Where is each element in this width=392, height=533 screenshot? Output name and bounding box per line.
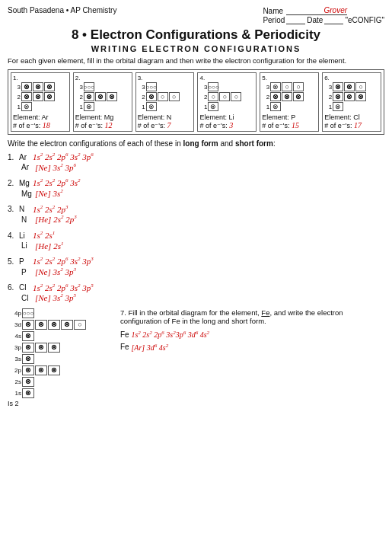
config-section: Write the electron configurations of eac…: [8, 139, 384, 302]
config-num-6: 6.: [8, 283, 19, 292]
fe-short-line: Fe [Ar] 3d6 4s2: [120, 342, 384, 351]
name-line: Name Grover: [263, 6, 384, 15]
cl-sym-long: Cl: [19, 283, 33, 292]
mg-3s-row: 3 ○○○: [75, 82, 130, 91]
li-top-row: 3 ○○○: [199, 82, 254, 91]
cl-count-value: 17: [354, 121, 362, 129]
cell-number-5: 5.: [262, 75, 317, 81]
p-short-line: P [Ne] 3s2 3p3: [21, 266, 384, 276]
li-2s-boxes: ○ ○ ○: [208, 92, 241, 101]
ar-3p-row: 3 ⊗ ⊗ ⊗: [13, 82, 68, 91]
li-1s-row: 1 ⊗: [199, 102, 254, 111]
name-label: Name: [263, 7, 283, 15]
li-2s-1: ○: [208, 92, 218, 101]
n-count-value: 7: [167, 121, 171, 129]
mg-sym-short: Mg: [21, 190, 35, 198]
mg-short-form: [Ne] 3s2: [35, 188, 63, 198]
cl-2p-3: ⊗: [355, 92, 366, 101]
n-2p-row: 3 ○○○: [138, 82, 193, 91]
orbital-cell-mg: 2. 3 ○○○ 2 ⊗ ⊗ ⊗ 1 ⊗: [73, 72, 132, 132]
fe-short-config: [Ar] 3d6 4s2: [131, 343, 168, 352]
p-label: Element: P: [262, 113, 317, 121]
mg-2p-boxes: ⊗ ⊗ ⊗: [84, 92, 117, 101]
config-item-n: 3. N 1s2 2s2 2p3 N [He] 2s2 2p3: [8, 204, 384, 224]
cl-1s-1: ⊗: [333, 102, 343, 111]
li-short-form: [He] 2s1: [35, 241, 63, 251]
mg-2p-3: ⊗: [107, 92, 117, 101]
fe-3p-3: ⊗: [48, 343, 60, 353]
p-2p-boxes: ⊗ ⊗ ⊗: [270, 92, 304, 101]
subtitle: WRITING ELECTRON CONFIGURATIONS: [8, 44, 384, 53]
cl-short-form: [Ne] 3s2 3p5: [35, 292, 76, 302]
ar-label: Element: Ar: [13, 113, 68, 121]
ar-2p-boxes: ⊗ ⊗ ⊗: [21, 92, 55, 101]
ar-electrons: # of e⁻'s: 18: [13, 121, 68, 129]
date-label: Date: [307, 16, 323, 24]
li-long-line: 4. Li 1s2 2s1: [8, 230, 384, 240]
p-long-form: 1s2 2s2 2p6 3s2 3p3: [33, 256, 94, 266]
cell-number-2: 2.: [75, 75, 130, 81]
orbital-cell-li: 4. 3 ○○○ 2 ○ ○ ○ 1 ⊗: [197, 72, 257, 132]
cl-3p-2: ⊗: [344, 82, 355, 91]
li-long-form: 1s2 2s1: [33, 230, 55, 240]
li-sym-long: Li: [19, 231, 33, 240]
fe-2p-2: ⊗: [35, 365, 47, 375]
config-item-p: 5. P 1s2 2s2 2p6 3s2 3p3 P [Ne] 3s2 3p3: [8, 256, 384, 276]
li-1s-1: ⊗: [208, 102, 218, 111]
ar-3p-1: ⊗: [21, 82, 32, 91]
config-num-4: 4.: [8, 231, 19, 240]
orbital-cell-p: 5. 3 ⊗ ○ ○ 2 ⊗ ⊗ ⊗ 1: [260, 72, 319, 132]
p-3p-row: 3 ⊗ ○ ○: [262, 82, 317, 91]
cell-number-6: 6.: [324, 75, 379, 81]
cl-3p-boxes: ⊗ ⊗ ○: [333, 82, 366, 91]
cl-orbital-rows: 3 ⊗ ⊗ ○ 2 ⊗ ⊗ ⊗ 1 ⊗: [324, 82, 379, 111]
p-short-form: [Ne] 3s2 3p3: [35, 266, 76, 276]
period-label: Period: [263, 16, 285, 24]
cl-3p-row: 3 ⊗ ⊗ ○: [324, 82, 379, 91]
cl-1s-row: 1 ⊗: [324, 102, 379, 111]
ar-3p-boxes: ⊗ ⊗ ⊗: [21, 82, 55, 91]
n-1s-row: 1 ⊗: [138, 102, 193, 111]
fe-3d-4: ⊗: [61, 320, 73, 330]
p-orbital-rows: 3 ⊗ ○ ○ 2 ⊗ ⊗ ⊗ 1 ⊗: [262, 82, 317, 111]
school-info: South Pasadena • AP Chemistry: [8, 6, 116, 14]
p-3p-3: ○: [293, 82, 304, 91]
ar-2p-1: ⊗: [21, 92, 32, 101]
mg-long-line: 2. Mg 1s2 2s2 2p6 3s2: [8, 177, 384, 187]
ar-2p-2: ⊗: [33, 92, 43, 101]
fe-3d-5: ○: [74, 320, 86, 330]
config-item-ar: 1. Ar 1s2 2s2 2p6 3s2 3p6 Ar [Ne] 3s2 3p…: [8, 152, 384, 171]
li-top-boxes: ○○○: [208, 82, 218, 91]
n-long-form: 1s2 2s2 2p3: [33, 204, 69, 214]
n-orbital-rows: 3 ○○○ 2 ⊗ ○ ○ 1 ⊗: [138, 82, 193, 111]
li-count-value: 3: [229, 121, 233, 129]
mg-1s-row: 1 ⊗: [75, 102, 130, 111]
n-short-line: N [He] 2s2 2p3: [21, 214, 384, 224]
fe-3d-row: 3d ⊗ ⊗ ⊗ ⊗ ○: [8, 320, 114, 330]
p-2p-1: ⊗: [270, 92, 281, 101]
li-label: Element: Li: [199, 113, 254, 121]
fe-2s-row: 2s ⊗: [8, 377, 114, 387]
p-1s-boxes: ⊗: [270, 102, 281, 111]
li-short-line: Li [He] 2s1: [21, 241, 384, 251]
n-2s-3: ○: [169, 92, 180, 101]
p-sym-short: P: [21, 268, 35, 276]
fe-4p-1: ○○○: [22, 308, 34, 318]
config-num-5: 5.: [8, 257, 19, 266]
fe-3s-row: 3s ⊗: [8, 354, 114, 364]
fe-3d-3: ⊗: [48, 320, 60, 330]
n-2s-1: ⊗: [146, 92, 157, 101]
config-num-1: 1.: [8, 153, 19, 161]
mg-2p-2: ⊗: [95, 92, 106, 101]
cl-label: Element: Cl: [324, 113, 379, 121]
period-value: [286, 15, 305, 24]
ar-3p-3: ⊗: [44, 82, 55, 91]
question-7: 7. Fill in the orbital diagram for the e…: [120, 308, 384, 407]
n-1s-boxes: ⊗: [146, 102, 157, 111]
fe-3d-2: ⊗: [35, 320, 47, 330]
mg-1s-1: ⊗: [84, 102, 94, 111]
cl-long-line: 6. Cl 1s2 2s2 2p6 3s2 3p5: [8, 282, 384, 292]
q7-text: 7. Fill in the orbital diagram for the e…: [120, 308, 384, 325]
n-sym-short: N: [21, 215, 35, 224]
ar-short-form: [Ne] 3s2 3p6: [35, 162, 76, 172]
